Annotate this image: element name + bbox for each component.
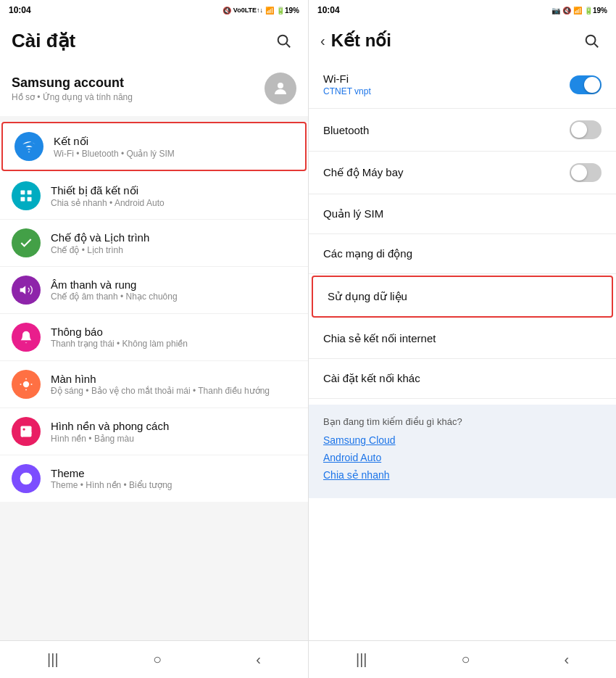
suggestion-title: Bạn đang tìm kiếm điều gì khác?	[323, 416, 602, 427]
left-header: Cài đặt	[0, 20, 308, 61]
toggle-thumb-may-bay	[571, 165, 587, 181]
left-signal-icon: Vo0LTE↑↓	[233, 7, 263, 14]
right-time: 10:04	[317, 5, 340, 15]
conn-title-quan-ly-sim: Quản lý SIM	[323, 207, 383, 220]
item-icon-thiet-bi	[12, 181, 41, 210]
item-sub-thong-bao: Thanh trạng thái • Không làm phiền	[51, 339, 188, 349]
conn-item-cai-dat-ket-noi[interactable]: Cài đặt kết nối khác	[309, 359, 616, 399]
item-text-thiet-bi: Thiết bị đã kết nối Chia sẻ nhanh • Andr…	[51, 184, 165, 208]
account-sub: Hồ sơ • Ứng dụng và tính năng	[12, 92, 133, 102]
conn-item-su-dung-du-lieu[interactable]: Sử dụng dữ liệu	[312, 276, 613, 318]
right-nav-menu[interactable]: |||	[356, 651, 367, 668]
item-icon-ket-noi	[14, 132, 43, 161]
left-nav-home[interactable]: ○	[153, 651, 162, 668]
right-status-bar: 10:04 📷 🔇 📶 🔋19%	[309, 0, 616, 20]
sidebar-item-che-do-lich-trinh[interactable]: Chế độ và Lịch trình Chế độ • Lịch trình	[0, 220, 308, 267]
sidebar-item-ket-noi[interactable]: Kết nối Wi-Fi • Bluetooth • Quản lý SIM	[1, 122, 307, 171]
left-wifi-icon: 📶	[265, 7, 274, 15]
conn-title-su-dung-du-lieu: Sử dụng dữ liệu	[328, 290, 407, 303]
item-title-am-thanh: Âm thanh và rung	[51, 278, 178, 291]
right-header-title: Kết nối	[331, 30, 391, 51]
item-title-man-hinh: Màn hình	[51, 373, 270, 385]
suggestion-link[interactable]: Android Auto	[323, 452, 602, 463]
svg-rect-6	[21, 197, 25, 202]
item-icon-theme	[12, 464, 41, 493]
item-icon-hinh-nen	[12, 417, 41, 446]
item-text-che-do-lich-trinh: Chế độ và Lịch trình Chế độ • Lịch trình	[51, 231, 149, 255]
left-scroll: Samsung account Hồ sơ • Ứng dụng và tính…	[0, 61, 308, 640]
search-icon	[583, 33, 599, 49]
item-icon-am-thanh	[12, 276, 41, 305]
account-card[interactable]: Samsung account Hồ sơ • Ứng dụng và tính…	[0, 61, 308, 116]
conn-item-quan-ly-sim[interactable]: Quản lý SIM	[309, 194, 616, 234]
toggle-wifi[interactable]	[570, 75, 602, 94]
toggle-may-bay[interactable]	[570, 163, 602, 182]
svg-point-17	[586, 36, 596, 45]
item-text-theme: Theme Theme • Hình nền • Biểu tượng	[51, 467, 172, 490]
item-sub-hinh-nen: Hình nền • Bảng màu	[51, 434, 169, 444]
svg-point-2	[278, 83, 283, 88]
item-text-hinh-nen: Hình nền và phong cách Hình nền • Bảng m…	[51, 420, 169, 444]
conn-item-wifi[interactable]: Wi-Fi CTNET vnpt	[309, 61, 616, 109]
item-title-hinh-nen: Hình nền và phong cách	[51, 420, 169, 433]
item-sub-ket-noi: Wi-Fi • Bluetooth • Quản lý SIM	[54, 149, 175, 159]
sidebar-item-am-thanh[interactable]: Âm thanh và rung Chế độ âm thanh • Nhạc …	[0, 267, 308, 314]
account-name: Samsung account	[12, 75, 133, 91]
sidebar-item-man-hinh[interactable]: Màn hình Độ sáng • Bảo vệ cho mắt thoải …	[0, 361, 308, 408]
sidebar-item-hinh-nen[interactable]: Hình nền và phong cách Hình nền • Bảng m…	[0, 408, 308, 455]
sidebar-item-thiet-bi[interactable]: Thiết bị đã kết nối Chia sẻ nhanh • Andr…	[0, 173, 308, 220]
conn-item-may-bay[interactable]: Chế độ Máy bay	[309, 152, 616, 194]
suggestion-link[interactable]: Samsung Cloud	[323, 434, 602, 446]
conn-title-cai-dat-ket-noi: Cài đặt kết nối khác	[323, 372, 420, 385]
svg-rect-4	[21, 191, 25, 195]
left-nav-back[interactable]: ‹	[256, 651, 261, 668]
conn-title-bluetooth: Bluetooth	[323, 124, 369, 136]
item-title-theme: Theme	[51, 467, 172, 479]
back-button[interactable]: ‹	[320, 33, 325, 49]
item-sub-che-do-lich-trinh: Chế độ • Lịch trình	[51, 245, 149, 255]
conn-title-chia-se-ket-noi: Chia sẻ kết nối internet	[323, 332, 436, 345]
suggestion-link[interactable]: Chia sẻ nhanh	[323, 469, 602, 481]
item-sub-thiet-bi: Chia sẻ nhanh • Android Auto	[51, 198, 165, 208]
toggle-bluetooth[interactable]	[570, 120, 602, 139]
left-nav-menu[interactable]: |||	[47, 651, 59, 668]
svg-marker-8	[20, 286, 26, 294]
item-title-ket-noi: Kết nối	[54, 135, 175, 148]
left-battery: 🔋19%	[276, 7, 299, 15]
right-battery: 🔋19%	[584, 7, 607, 15]
left-status-icons: 🔇 Vo0LTE↑↓ 📶 🔋19%	[222, 7, 299, 15]
item-text-am-thanh: Âm thanh và rung Chế độ âm thanh • Nhạc …	[51, 278, 178, 302]
right-bottom-nav: ||| ○ ‹	[309, 640, 616, 678]
svg-point-9	[23, 381, 29, 387]
right-wifi-icon: 📶	[573, 7, 582, 15]
conn-item-bluetooth[interactable]: Bluetooth	[309, 109, 616, 152]
right-mute-icon: 🔇	[562, 7, 571, 15]
conn-title-wifi: Wi-Fi	[323, 73, 371, 85]
item-icon-thong-bao	[12, 323, 41, 352]
right-header: ‹ Kết nối	[309, 20, 616, 61]
item-text-thong-bao: Thông báo Thanh trạng thái • Không làm p…	[51, 326, 188, 349]
sidebar-item-thong-bao[interactable]: Thông báo Thanh trạng thái • Không làm p…	[0, 314, 308, 361]
left-search-button[interactable]	[270, 28, 296, 54]
right-nav-back[interactable]: ‹	[564, 651, 569, 668]
settings-section: Kết nối Wi-Fi • Bluetooth • Quản lý SIM …	[0, 122, 308, 502]
svg-line-18	[594, 44, 598, 47]
svg-point-0	[278, 36, 288, 45]
svg-rect-7	[28, 197, 32, 202]
item-sub-man-hinh: Độ sáng • Bảo vệ cho mắt thoải mái • Tha…	[51, 386, 270, 396]
svg-rect-5	[28, 191, 32, 195]
svg-line-1	[286, 44, 290, 47]
right-search-button[interactable]	[578, 28, 604, 54]
conn-title-mang-di-dong: Các mạng di động	[323, 247, 412, 260]
conn-sub-wifi: CTNET vnpt	[323, 86, 371, 96]
right-panel: 10:04 📷 🔇 📶 🔋19% ‹ Kết nối Wi-Fi CTNET v…	[308, 0, 616, 678]
sidebar-item-theme[interactable]: Theme Theme • Hình nền • Biểu tượng	[0, 455, 308, 502]
avatar	[265, 73, 296, 104]
conn-item-chia-se-ket-noi[interactable]: Chia sẻ kết nối internet	[309, 319, 616, 359]
item-text-man-hinh: Màn hình Độ sáng • Bảo vệ cho mắt thoải …	[51, 373, 270, 396]
conn-left-may-bay: Chế độ Máy bay	[323, 166, 404, 179]
left-status-bar: 10:04 🔇 Vo0LTE↑↓ 📶 🔋19%	[0, 0, 308, 20]
right-nav-home[interactable]: ○	[461, 651, 470, 668]
conn-item-mang-di-dong[interactable]: Các mạng di động	[309, 234, 616, 274]
toggle-thumb-bluetooth	[571, 122, 587, 138]
